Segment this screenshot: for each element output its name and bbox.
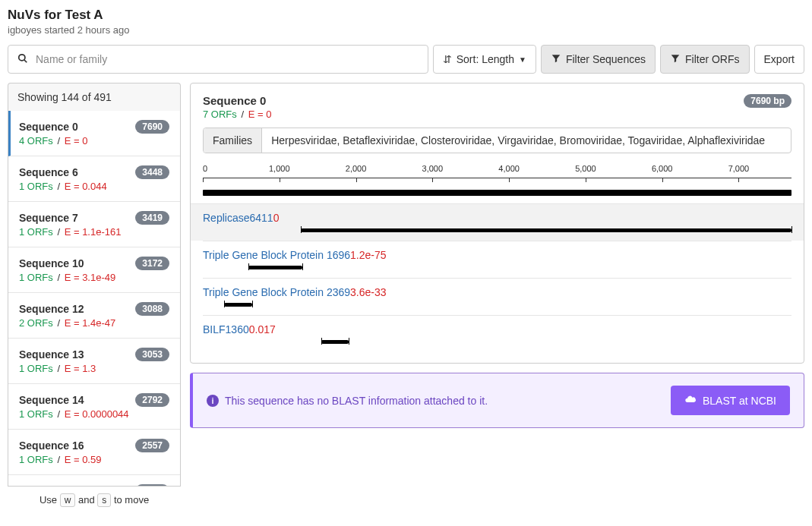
funnel-icon xyxy=(551,53,561,66)
export-button[interactable]: Export xyxy=(754,45,804,74)
search-input[interactable] xyxy=(36,53,419,65)
seq-meta: 1 ORFs / E = 0.59 xyxy=(19,454,169,465)
seq-name: Sequence 12 xyxy=(19,303,84,315)
families-value: Herpesviridae, Betaflexiviridae, Closter… xyxy=(262,128,791,153)
list-item[interactable]: Sequence 1625571 ORFs / E = 0.59 xyxy=(8,430,180,475)
sort-icon: ⇵ xyxy=(443,53,452,65)
blast-message: i This sequence has no BLAST information… xyxy=(207,395,488,407)
chevron-down-icon: ▼ xyxy=(519,55,526,64)
orf-row[interactable]: Replicase64110 xyxy=(191,203,804,241)
funnel-icon xyxy=(670,53,681,66)
page-header: NuVs for Test A igboyes started 2 hours … xyxy=(8,8,804,36)
page-title: NuVs for Test A xyxy=(8,8,804,23)
orf-list: Replicase64110Triple Gene Block Protein … xyxy=(203,203,791,352)
seq-length-badge: 2508 xyxy=(135,484,169,487)
keyboard-hint: Use w and s to move xyxy=(8,494,181,506)
detail-title: Sequence 0 xyxy=(203,94,271,107)
orf-label: Triple Gene Block Protein 16961.2e-75 xyxy=(203,249,791,261)
orf-row[interactable]: Triple Gene Block Protein 23693.6e-33 xyxy=(203,278,791,315)
seq-meta: 1 ORFs / E = 0.044 xyxy=(19,181,169,192)
ruler: 01,0002,0003,0004,0005,0006,0007,000 xyxy=(203,164,791,187)
list-count: Showing 144 of 491 xyxy=(8,83,181,111)
seq-length-badge: 7690 xyxy=(135,120,169,134)
main-panel: Sequence 0 7 ORFs / E = 0 7690 bp Famili… xyxy=(190,83,804,506)
seq-length-badge: 3172 xyxy=(135,257,169,270)
seq-name: Sequence 16 xyxy=(19,439,84,452)
detail-meta: 7 ORFs / E = 0 xyxy=(203,109,271,120)
list-item[interactable]: Sequence 1427921 ORFs / E = 0.0000044 xyxy=(8,384,180,430)
sequence-bar xyxy=(203,190,791,196)
seq-length-badge: 3088 xyxy=(135,302,169,316)
sequence-list[interactable]: Sequence 076904 ORFs / E = 0Sequence 634… xyxy=(8,111,181,487)
list-item[interactable]: Sequence 634481 ORFs / E = 0.044 xyxy=(8,156,180,202)
search-icon xyxy=(17,53,28,66)
seq-meta: 1 ORFs / E = 1.3 xyxy=(19,363,169,374)
seq-meta: 1 ORFs / E = 3.1e-49 xyxy=(19,272,169,283)
orf-track xyxy=(203,301,791,310)
info-icon: i xyxy=(207,395,219,407)
search-box[interactable] xyxy=(8,45,428,74)
detail-panel: Sequence 0 7 ORFs / E = 0 7690 bp Famili… xyxy=(190,83,804,364)
svg-line-1 xyxy=(24,59,27,62)
list-item[interactable]: Sequence 182508 xyxy=(8,475,180,487)
seq-meta: 4 ORFs / E = 0 xyxy=(19,135,169,146)
list-item[interactable]: Sequence 734191 ORFs / E = 1.1e-161 xyxy=(8,202,180,247)
sort-button[interactable]: ⇵ Sort: Length ▼ xyxy=(433,45,536,74)
key-s: s xyxy=(97,493,111,507)
seq-name: Sequence 6 xyxy=(19,166,78,178)
orf-track xyxy=(203,264,791,273)
seq-length-badge: 3419 xyxy=(135,211,169,225)
seq-meta: 1 ORFs / E = 1.1e-161 xyxy=(19,226,169,238)
list-item[interactable]: Sequence 1330531 ORFs / E = 1.3 xyxy=(8,339,180,384)
key-w: w xyxy=(60,493,76,507)
length-badge: 7690 bp xyxy=(744,94,791,108)
seq-name: Sequence 0 xyxy=(19,121,78,133)
blast-panel: i This sequence has no BLAST information… xyxy=(190,373,804,428)
families-label: Families xyxy=(204,128,262,153)
svg-point-0 xyxy=(19,54,25,60)
orf-label: Replicase64110 xyxy=(203,212,791,224)
seq-length-badge: 2557 xyxy=(135,439,169,452)
toolbar: ⇵ Sort: Length ▼ Filter Sequences Filter… xyxy=(8,45,804,74)
orf-label: BILF13600.017 xyxy=(203,323,791,335)
list-item[interactable]: Sequence 1031721 ORFs / E = 3.1e-49 xyxy=(8,247,180,293)
filter-sequences-button[interactable]: Filter Sequences xyxy=(541,45,656,74)
list-item[interactable]: Sequence 1230882 ORFs / E = 1.4e-47 xyxy=(8,293,180,339)
seq-name: Sequence 18 xyxy=(19,485,84,487)
seq-length-badge: 3053 xyxy=(135,348,169,361)
seq-meta: 1 ORFs / E = 0.0000044 xyxy=(19,408,169,420)
seq-name: Sequence 14 xyxy=(19,394,84,406)
seq-name: Sequence 10 xyxy=(19,257,84,269)
seq-name: Sequence 7 xyxy=(19,212,78,224)
orf-track xyxy=(203,227,791,236)
seq-meta: 2 ORFs / E = 1.4e-47 xyxy=(19,317,169,329)
orf-row[interactable]: BILF13600.017 xyxy=(203,315,791,352)
seq-length-badge: 2792 xyxy=(135,393,169,407)
orf-row[interactable]: Triple Gene Block Protein 16961.2e-75 xyxy=(203,241,791,278)
orf-track xyxy=(203,339,791,348)
orf-label: Triple Gene Block Protein 23693.6e-33 xyxy=(203,286,791,298)
list-item[interactable]: Sequence 076904 ORFs / E = 0 xyxy=(8,111,180,156)
page-subtitle: igboyes started 2 hours ago xyxy=(8,24,804,36)
filter-orfs-button[interactable]: Filter ORFs xyxy=(660,45,750,74)
seq-name: Sequence 13 xyxy=(19,348,84,361)
blast-button[interactable]: BLAST at NCBI xyxy=(671,386,790,415)
cloud-icon xyxy=(684,393,697,408)
seq-length-badge: 3448 xyxy=(135,165,169,179)
families-row: Families Herpesviridae, Betaflexiviridae… xyxy=(203,128,791,153)
sidebar: Showing 144 of 491 Sequence 076904 ORFs … xyxy=(8,83,181,506)
